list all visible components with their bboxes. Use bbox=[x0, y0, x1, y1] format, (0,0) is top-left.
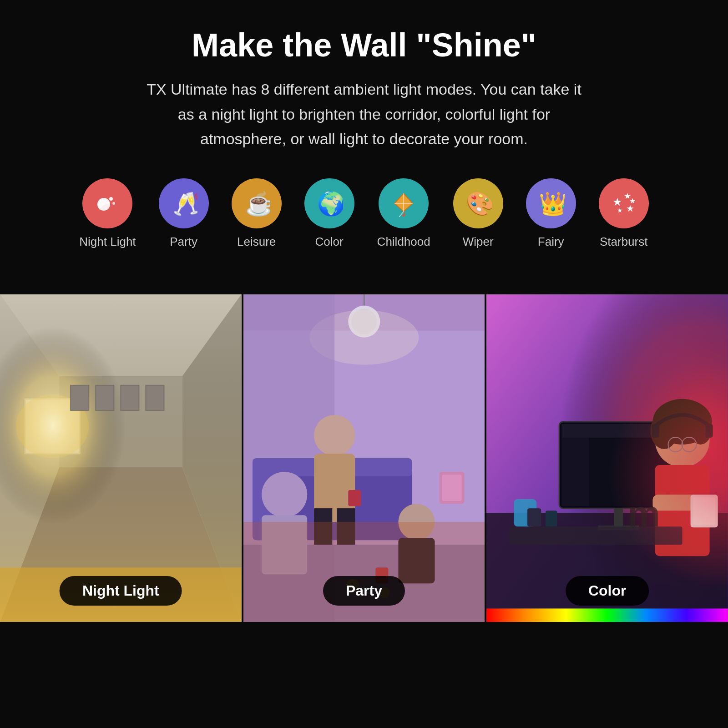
mode-leisure[interactable]: ☕ Leisure bbox=[232, 178, 282, 249]
night-light-scene bbox=[0, 294, 242, 622]
svg-point-73 bbox=[668, 437, 683, 452]
svg-rect-75 bbox=[655, 465, 710, 556]
mode-starburst[interactable]: ★ ★ ★ ★ ★ Starburst bbox=[599, 178, 649, 249]
svg-text:★: ★ bbox=[629, 197, 636, 205]
svg-text:★: ★ bbox=[617, 207, 623, 214]
color-icon: 🌍 bbox=[304, 178, 354, 228]
color-photo: m Color bbox=[486, 294, 728, 622]
svg-text:🌍: 🌍 bbox=[317, 190, 343, 217]
svg-text:m: m bbox=[628, 494, 660, 535]
svg-rect-78 bbox=[653, 495, 703, 511]
svg-text:★: ★ bbox=[612, 196, 622, 208]
svg-text:★: ★ bbox=[626, 203, 634, 213]
svg-rect-64 bbox=[562, 424, 676, 438]
svg-point-2 bbox=[112, 202, 115, 205]
party-label: Party bbox=[323, 576, 405, 606]
top-section: Make the Wall "Shine" TX Ultimate has 8 … bbox=[0, 0, 728, 294]
mode-childhood[interactable]: Childhood bbox=[377, 178, 430, 249]
svg-text:🥂: 🥂 bbox=[172, 190, 197, 217]
mode-wiper-label: Wiper bbox=[463, 235, 494, 249]
svg-rect-76 bbox=[652, 424, 659, 438]
mode-fairy[interactable]: 👑 Fairy bbox=[526, 178, 576, 249]
mode-night-light-label: Night Light bbox=[79, 235, 136, 249]
svg-rect-80 bbox=[691, 495, 718, 527]
svg-rect-77 bbox=[706, 424, 713, 438]
party-photo: Party bbox=[243, 294, 485, 622]
svg-point-1 bbox=[109, 197, 113, 201]
svg-rect-28 bbox=[71, 385, 89, 410]
svg-rect-58 bbox=[243, 522, 485, 622]
svg-rect-31 bbox=[146, 385, 164, 410]
photos-section: Night Light bbox=[0, 294, 728, 622]
mode-childhood-label: Childhood bbox=[377, 235, 430, 249]
mode-color-label: Color bbox=[315, 235, 344, 249]
color-label: Color bbox=[566, 576, 649, 606]
svg-point-70 bbox=[653, 399, 712, 445]
mode-party-label: Party bbox=[170, 235, 197, 249]
night-light-icon bbox=[82, 178, 132, 228]
svg-rect-82 bbox=[486, 609, 728, 622]
mode-fairy-label: Fairy bbox=[538, 235, 564, 249]
party-icon: 🥂 bbox=[159, 178, 209, 228]
night-light-label: Night Light bbox=[60, 576, 182, 606]
svg-rect-79 bbox=[509, 527, 682, 545]
svg-rect-81 bbox=[693, 497, 715, 525]
wiper-icon: 🎨 bbox=[453, 178, 503, 228]
svg-rect-27 bbox=[0, 294, 242, 622]
svg-rect-67 bbox=[614, 508, 623, 526]
night-light-photo: Night Light bbox=[0, 294, 242, 622]
mode-party[interactable]: 🥂 Party bbox=[159, 178, 209, 249]
svg-point-69 bbox=[655, 413, 710, 467]
mode-wiper[interactable]: 🎨 Wiper bbox=[453, 178, 503, 249]
svg-text:🎨: 🎨 bbox=[466, 190, 492, 217]
mode-night-light[interactable]: Night Light bbox=[79, 178, 136, 249]
starburst-icon: ★ ★ ★ ★ ★ bbox=[599, 178, 649, 228]
party-scene bbox=[243, 294, 485, 622]
svg-rect-86 bbox=[546, 511, 557, 527]
fairy-icon: 👑 bbox=[526, 178, 576, 228]
svg-rect-85 bbox=[527, 508, 541, 526]
mode-starburst-label: Starburst bbox=[600, 235, 648, 249]
mode-color[interactable]: 🌍 Color bbox=[304, 178, 354, 249]
svg-point-72 bbox=[689, 413, 712, 445]
svg-point-71 bbox=[651, 413, 678, 449]
mode-leisure-label: Leisure bbox=[237, 235, 276, 249]
modes-row: Night Light 🥂 Party ☕ Leisure bbox=[36, 178, 692, 249]
svg-text:👑: 👑 bbox=[539, 190, 565, 217]
leisure-icon: ☕ bbox=[232, 178, 282, 228]
svg-text:☕: ☕ bbox=[245, 190, 270, 217]
color-scene-bg: m bbox=[486, 294, 728, 622]
main-title: Make the Wall "Shine" bbox=[36, 27, 692, 63]
svg-rect-30 bbox=[121, 385, 139, 410]
subtitle: TX Ultimate has 8 different ambient ligh… bbox=[136, 77, 592, 151]
childhood-icon bbox=[379, 178, 429, 228]
svg-rect-65 bbox=[562, 438, 589, 506]
svg-rect-29 bbox=[96, 385, 114, 410]
svg-point-74 bbox=[682, 437, 697, 452]
svg-rect-66 bbox=[589, 438, 676, 506]
